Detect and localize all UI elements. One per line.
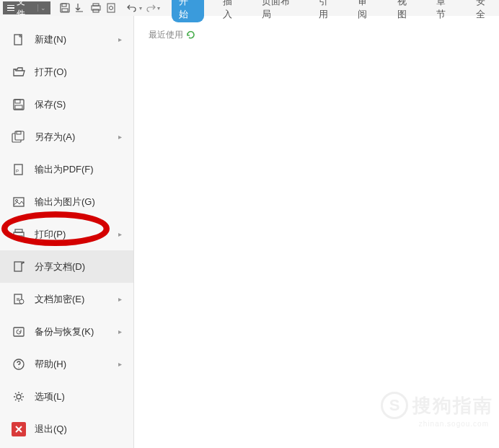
menu-label: 保存(S) xyxy=(35,98,122,111)
sidebar-item-backup[interactable]: 备份与恢复(K) ▸ xyxy=(0,315,133,348)
print-icon xyxy=(12,227,26,242)
svg-rect-21 xyxy=(15,236,22,240)
menu-label: 另存为(A) xyxy=(35,131,118,144)
menu-label: 退出(Q) xyxy=(35,423,122,436)
sidebar-item-saveas[interactable]: 另存为(A) ▸ xyxy=(0,120,133,153)
svg-point-27 xyxy=(17,395,21,399)
menu-label: 打印(P) xyxy=(35,228,118,241)
insert-icon[interactable] xyxy=(73,1,87,15)
chevron-right-icon: ▸ xyxy=(118,133,122,141)
recent-used-label: 最近使用 xyxy=(149,29,485,41)
sidebar-item-share[interactable]: 分享文档(D) xyxy=(0,250,133,283)
refresh-icon[interactable] xyxy=(186,30,195,40)
undo-dropdown-icon[interactable]: ▾ xyxy=(139,5,142,12)
svg-text:P: P xyxy=(16,169,19,173)
redo-icon[interactable] xyxy=(143,1,157,15)
sidebar-item-save[interactable]: 保存(S) xyxy=(0,88,133,120)
menu-label: 分享文档(D) xyxy=(35,260,122,273)
open-icon xyxy=(12,65,26,79)
sidebar-item-encrypt[interactable]: 文档加密(E) ▸ xyxy=(0,283,133,315)
menu-label: 帮助(H) xyxy=(35,358,118,371)
pdf-icon: P xyxy=(12,162,26,177)
file-menu-sidebar: 新建(N) ▸ 打开(O) 保存(S) 另存为(A) ▸ xyxy=(0,16,134,448)
content-area: 最近使用 xyxy=(134,16,499,448)
sidebar-item-new[interactable]: 新建(N) ▸ xyxy=(0,23,133,56)
saveas-icon xyxy=(12,130,26,144)
menu-label: 打开(O) xyxy=(35,66,122,79)
undo-icon[interactable] xyxy=(125,1,138,15)
chevron-right-icon: ▸ xyxy=(118,295,122,303)
backup-icon xyxy=(12,325,26,339)
save-icon[interactable] xyxy=(58,1,71,15)
main-area: 新建(N) ▸ 打开(O) 保存(S) 另存为(A) ▸ xyxy=(0,16,499,448)
file-menu-button[interactable]: 文件 ⌄ xyxy=(3,1,50,14)
menu-label: 输出为图片(G) xyxy=(35,196,122,208)
chevron-right-icon: ▸ xyxy=(118,360,122,368)
help-icon xyxy=(12,357,26,372)
svg-point-7 xyxy=(109,6,112,10)
gear-icon xyxy=(12,390,26,404)
svg-rect-10 xyxy=(15,100,20,103)
image-icon xyxy=(12,195,26,209)
exit-icon xyxy=(12,422,26,436)
sidebar-item-export-image[interactable]: 输出为图片(G) xyxy=(0,185,133,218)
sidebar-item-exit[interactable]: 退出(Q) xyxy=(0,413,133,445)
print-icon[interactable] xyxy=(89,1,102,15)
chevron-right-icon: ▸ xyxy=(118,328,122,335)
new-icon xyxy=(12,32,26,47)
svg-rect-19 xyxy=(15,229,22,232)
chevron-right-icon: ▸ xyxy=(118,230,122,238)
hamburger-icon xyxy=(7,5,14,12)
svg-rect-11 xyxy=(15,105,22,109)
encrypt-icon xyxy=(12,292,26,307)
share-icon xyxy=(12,260,26,274)
menu-label: 选项(L) xyxy=(35,390,122,403)
svg-rect-6 xyxy=(107,4,115,12)
menu-label: 新建(N) xyxy=(35,33,118,46)
preview-icon[interactable] xyxy=(104,1,118,15)
menu-label: 输出为PDF(F) xyxy=(35,163,122,176)
sidebar-item-print[interactable]: 打印(P) ▸ xyxy=(0,218,133,250)
chevron-right-icon: ▸ xyxy=(118,35,122,43)
svg-rect-2 xyxy=(62,9,68,12)
chevron-down-icon: ⌄ xyxy=(37,4,46,12)
menu-label: 文档加密(E) xyxy=(35,293,118,306)
save-icon xyxy=(12,97,26,112)
sidebar-item-export-pdf[interactable]: P 输出为PDF(F) xyxy=(0,153,133,185)
svg-point-24 xyxy=(19,299,24,304)
sidebar-item-open[interactable]: 打开(O) xyxy=(0,56,133,88)
svg-point-18 xyxy=(16,199,18,201)
redo-dropdown-icon[interactable]: ▾ xyxy=(157,5,160,12)
sidebar-item-options[interactable]: 选项(L) xyxy=(0,380,133,413)
menu-label: 备份与恢复(K) xyxy=(35,325,118,338)
top-toolbar: 文件 ⌄ ▾ ▾ 开始 插入 页面布局 引用 审阅 视图 章节 安全 xyxy=(0,0,499,16)
svg-rect-22 xyxy=(14,262,22,271)
sidebar-item-help[interactable]: 帮助(H) ▸ xyxy=(0,348,133,380)
